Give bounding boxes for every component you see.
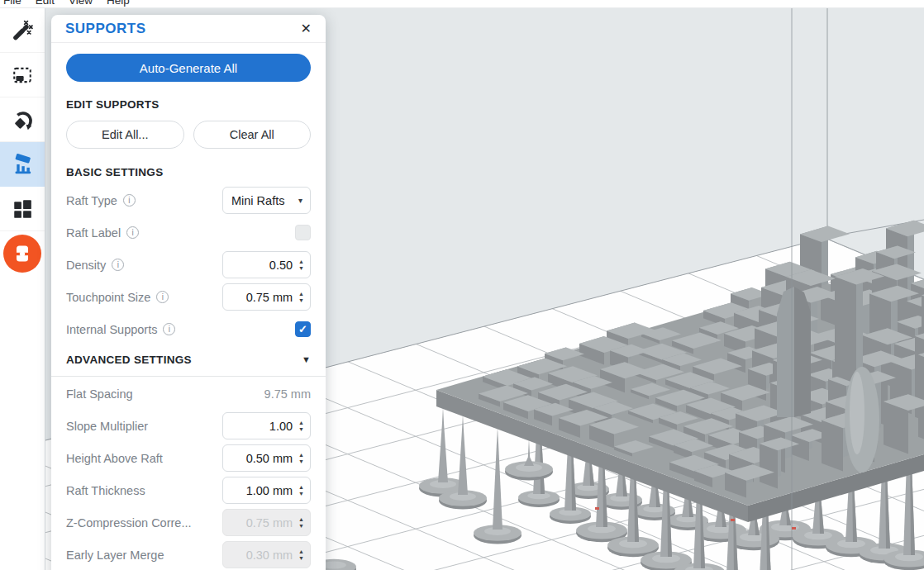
raft-thickness-label: Raft Thickness xyxy=(66,484,145,497)
spin-up-icon[interactable]: ▲ xyxy=(298,453,304,457)
supports-panel: SUPPORTS ✕ Auto-Generate All EDIT SUPPOR… xyxy=(51,15,326,570)
internal-supports-checkbox[interactable]: ✓ xyxy=(295,321,311,337)
raft-type-label: Raft Type xyxy=(66,194,117,207)
tool-orientation[interactable] xyxy=(0,97,45,142)
raft-label-label: Raft Label xyxy=(66,226,121,240)
edit-all-button[interactable]: Edit All... xyxy=(66,121,184,149)
info-icon[interactable]: i xyxy=(163,323,175,335)
menu-help[interactable]: Help xyxy=(107,0,130,2)
magic-wand-icon xyxy=(12,20,33,41)
z-compression-spinner: 0.75 mm ▲▼ xyxy=(222,509,311,536)
advanced-settings-toggle[interactable]: ADVANCED SETTINGS ▼ xyxy=(66,349,311,369)
spin-down-icon[interactable]: ▼ xyxy=(298,459,304,463)
app-window: File Edit View Help xyxy=(0,0,924,570)
selection-box-icon xyxy=(12,64,33,86)
layout-grid-icon xyxy=(12,198,33,220)
collapse-caret-icon: ▼ xyxy=(302,354,311,364)
auto-generate-all-button[interactable]: Auto-Generate All xyxy=(66,54,311,82)
raft-label-checkbox[interactable] xyxy=(295,225,311,240)
menu-file[interactable]: File xyxy=(3,0,21,2)
spin-up-icon[interactable]: ▲ xyxy=(298,485,304,489)
z-compression-row: Z-Compression Corre... 0.75 mm ▲▼ xyxy=(66,509,311,536)
spin-up-icon[interactable]: ▲ xyxy=(298,259,304,264)
tool-one-click-print[interactable] xyxy=(0,8,45,53)
touchpoint-size-spinner[interactable]: 0.75 mm ▲▼ xyxy=(222,283,311,311)
tool-print[interactable] xyxy=(0,231,45,276)
info-icon[interactable]: i xyxy=(156,291,169,303)
early-layer-merge-label: Early Layer Merge xyxy=(66,549,164,562)
raft-label-row: Raft Label i xyxy=(66,219,311,246)
raft-type-dropdown[interactable]: Mini Rafts ▾ xyxy=(222,187,311,214)
spin-down-icon[interactable]: ▼ xyxy=(298,266,304,270)
section-divider xyxy=(51,376,326,377)
spin-down-icon[interactable]: ▼ xyxy=(298,492,304,496)
clear-all-button[interactable]: Clear All xyxy=(193,121,312,149)
internal-supports-label: Internal Supports xyxy=(66,323,157,336)
menu-edit[interactable]: Edit xyxy=(36,0,55,2)
slope-multiplier-spinner[interactable]: 1.00 ▲▼ xyxy=(222,412,311,439)
rotate-icon xyxy=(12,108,34,131)
slope-multiplier-label: Slope Multiplier xyxy=(66,420,148,433)
spin-down-icon[interactable]: ▼ xyxy=(298,298,304,302)
height-above-raft-label: Height Above Raft xyxy=(66,452,163,465)
spin-down-icon: ▼ xyxy=(298,524,304,528)
raft-type-row: Raft Type i Mini Rafts ▾ xyxy=(66,187,311,214)
close-icon[interactable]: ✕ xyxy=(301,22,312,36)
raft-type-value: Mini Rafts xyxy=(231,194,284,207)
menu-view[interactable]: View xyxy=(69,0,93,2)
spin-up-icon: ▲ xyxy=(298,517,304,521)
edit-supports-heading: EDIT SUPPORTS xyxy=(66,98,311,111)
touchpoint-size-label: Touchpoint Size xyxy=(66,291,150,304)
spin-up-icon: ▲ xyxy=(298,549,304,553)
advanced-settings-heading: ADVANCED SETTINGS xyxy=(66,354,192,366)
flat-spacing-value: 9.75 mm xyxy=(264,387,311,401)
panel-title: SUPPORTS xyxy=(65,21,146,37)
height-above-raft-row: Height Above Raft 0.50 mm ▲▼ xyxy=(66,444,311,472)
early-layer-merge-row: Early Layer Merge 0.30 mm ▲▼ xyxy=(66,541,311,568)
touchpoint-size-row: Touchpoint Size i 0.75 mm ▲▼ xyxy=(66,283,311,311)
early-layer-merge-spinner: 0.30 mm ▲▼ xyxy=(222,541,311,568)
info-icon[interactable]: i xyxy=(123,194,136,207)
height-above-raft-spinner[interactable]: 0.50 mm ▲▼ xyxy=(222,444,311,472)
raft-thickness-spinner[interactable]: 1.00 mm ▲▼ xyxy=(222,477,311,504)
printer-icon xyxy=(12,244,32,264)
flat-spacing-label: Flat Spacing xyxy=(66,387,133,401)
slope-multiplier-row: Slope Multiplier 1.00 ▲▼ xyxy=(66,412,311,439)
spin-up-icon[interactable]: ▲ xyxy=(298,292,304,296)
spin-up-icon[interactable]: ▲ xyxy=(298,420,304,425)
density-value: 0.50 xyxy=(269,259,293,272)
tool-size[interactable] xyxy=(0,53,45,97)
spin-down-icon[interactable]: ▼ xyxy=(298,427,304,431)
toolbar-sidebar xyxy=(0,8,45,570)
internal-supports-row: Internal Supports i ✓ xyxy=(66,316,311,343)
chevron-down-icon: ▾ xyxy=(298,196,302,205)
info-icon[interactable]: i xyxy=(126,226,139,239)
z-compression-label: Z-Compression Corre... xyxy=(66,516,191,530)
flat-spacing-row: Flat Spacing 9.75 mm xyxy=(66,380,311,407)
tool-supports[interactable] xyxy=(0,142,45,187)
touchpoint-size-value: 0.75 mm xyxy=(246,291,293,304)
tool-layout[interactable] xyxy=(0,187,45,231)
basic-settings-heading: BASIC SETTINGS xyxy=(66,166,311,178)
supports-icon xyxy=(12,154,34,176)
density-spinner[interactable]: 0.50 ▲▼ xyxy=(222,251,311,278)
density-label: Density xyxy=(66,259,106,272)
info-icon[interactable]: i xyxy=(112,259,124,271)
print-button[interactable] xyxy=(3,235,41,273)
raft-thickness-row: Raft Thickness 1.00 mm ▲▼ xyxy=(66,477,311,504)
supports-panel-header: SUPPORTS ✕ xyxy=(51,15,326,43)
density-row: Density i 0.50 ▲▼ xyxy=(66,251,311,278)
menu-bar: File Edit View Help xyxy=(0,0,924,8)
spin-down-icon: ▼ xyxy=(298,556,304,560)
